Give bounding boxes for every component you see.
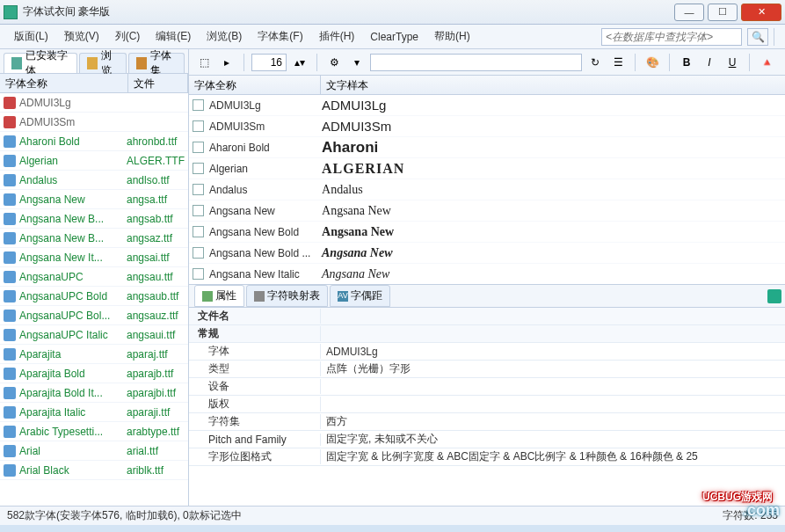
refresh-icon[interactable]: ↻ (585, 53, 605, 72)
spinner-icon[interactable]: ▴▾ (290, 53, 309, 72)
left-list[interactable]: ADMUI3Lg ADMUI3Sm Aharoni Bold ahronbd.t… (0, 93, 188, 506)
col-file[interactable]: 文件 (128, 74, 188, 92)
font-name: Andalus (19, 174, 127, 186)
right-header: 字体全称 文字样本 (189, 76, 785, 95)
tab-kerning[interactable]: AV字偶距 (330, 285, 390, 307)
pin-icon[interactable]: ⬚ (194, 53, 214, 72)
rcol-sample[interactable]: 文字样本 (321, 76, 785, 94)
arrow-icon[interactable]: ▸ (217, 53, 236, 72)
checkbox[interactable] (193, 205, 204, 216)
list-item[interactable]: AngsanaUPC Bol... angsauz.ttf (0, 306, 188, 325)
font-type-icon (4, 155, 16, 167)
list-item[interactable]: Aparajita Italic aparaji.ttf (0, 403, 188, 422)
checkbox[interactable] (193, 226, 204, 237)
prop-value: 固定字宽, 未知或不关心 (321, 432, 785, 447)
status-right: 字符数: 255 (723, 508, 778, 523)
list-item[interactable]: Angsana New B... angsaz.ttf (0, 229, 188, 248)
prop-value: 点阵（光栅）字形 (321, 361, 785, 376)
list-item[interactable]: Arabic Typesetti... arabtype.ttf (0, 422, 188, 441)
font-name: Aparajita Italic (19, 406, 127, 419)
close-button[interactable]: ✕ (741, 4, 781, 21)
list-item[interactable]: Arial Black ariblk.ttf (0, 461, 188, 480)
search-button[interactable]: 🔍 (747, 28, 768, 46)
rcol-name[interactable]: 字体全称 (189, 76, 321, 94)
menu-item[interactable]: 浏览(B) (200, 26, 249, 47)
font-row[interactable]: ADMUI3Sm ADMUI3Sm (189, 116, 785, 137)
italic-button[interactable]: I (700, 53, 719, 72)
font-row[interactable]: Andalus Andalus (189, 179, 785, 200)
list-item[interactable]: ADMUI3Lg (0, 93, 188, 113)
font-name: AngsanaUPC Italic (19, 329, 127, 341)
property-grid[interactable]: 文件名常规字体ADMUI3Lg类型点阵（光栅）字形设备版权字符集西方Pitch … (189, 308, 785, 506)
tab-browse[interactable]: 浏览 (79, 53, 127, 73)
ct-icon[interactable]: ƒ (780, 53, 785, 72)
dropdown-icon[interactable]: ▾ (347, 53, 367, 72)
font-row[interactable]: Angsana New Bold Angsana New (189, 222, 785, 243)
checkbox[interactable] (193, 184, 204, 195)
checkbox[interactable] (193, 163, 204, 174)
list-item[interactable]: Aparajita Bold aparajb.ttf (0, 364, 188, 383)
tab-installed[interactable]: 已安装字体 (4, 53, 77, 73)
font-type-icon (4, 464, 16, 477)
menu-item[interactable]: 帮助(H) (427, 26, 477, 47)
property-row: 版权 (189, 396, 785, 413)
font-row[interactable]: Algerian ALGERIAN (189, 158, 785, 179)
list-item[interactable]: Aparajita Bold It... aparajbi.ttf (0, 383, 188, 403)
sample-text-input[interactable] (370, 54, 582, 71)
font-file: aparaj.ttf (127, 348, 185, 361)
menu-item[interactable]: 插件(H) (312, 26, 362, 47)
font-name: ADMUI3Lg (209, 99, 322, 112)
font-row[interactable]: Angsana New Angsana New (189, 200, 785, 222)
font-row[interactable]: Angsana New Italic Angsana New (189, 264, 785, 285)
checkbox[interactable] (193, 247, 204, 259)
list-item[interactable]: AngsanaUPC Bold angsaub.ttf (0, 287, 188, 306)
menu-item[interactable]: 列(C) (108, 26, 148, 47)
font-name: Aparajita Bold It... (19, 387, 127, 399)
bold-button[interactable]: B (677, 53, 696, 72)
checkbox[interactable] (193, 99, 204, 111)
list-item[interactable]: AngsanaUPC Italic angsaui.ttf (0, 325, 188, 345)
underline-button[interactable]: U (723, 53, 742, 72)
size-input[interactable] (251, 54, 287, 71)
property-row: 字形位图格式固定字宽 & 比例字宽度 & ABC固定字 & ABC比例字 & 1… (189, 448, 785, 466)
minimize-button[interactable]: — (674, 4, 704, 21)
font-row[interactable]: ADMUI3Lg ADMUI3Lg (189, 95, 785, 116)
font-row[interactable]: Angsana New Bold ... Angsana New (189, 243, 785, 264)
list-item[interactable]: Arial arial.ttf (0, 441, 188, 461)
search-input[interactable] (601, 28, 742, 46)
statusbar: 582款字体(安装字体576, 临时加载6), 0款标记选中 字符数: 255 (0, 506, 785, 525)
kerning-icon: AV (338, 291, 348, 302)
tab-properties[interactable]: 属性 (194, 285, 244, 307)
menu-item[interactable]: ClearType (363, 28, 425, 46)
expand-icon[interactable] (767, 289, 781, 303)
maximize-button[interactable]: ☐ (708, 4, 738, 21)
menu-item[interactable]: 预览(V) (57, 26, 106, 47)
menu-item[interactable]: 编辑(E) (149, 26, 198, 47)
list-item[interactable]: Angsana New angsa.ttf (0, 190, 188, 209)
list-item[interactable]: Aparajita aparaj.ttf (0, 345, 188, 364)
list-item[interactable]: AngsanaUPC angsau.ttf (0, 267, 188, 287)
list-item[interactable]: Andalus andlso.ttf (0, 171, 188, 190)
font-type-icon (4, 445, 16, 457)
menu-item[interactable]: 字体集(F) (251, 26, 309, 47)
list-item[interactable]: ADMUI3Sm (0, 113, 188, 132)
menu-item[interactable]: 版面(L) (7, 26, 55, 47)
aa-icon[interactable]: 🔺 (757, 53, 776, 72)
tab-sets[interactable]: 字体集 (128, 53, 185, 73)
col-name[interactable]: 字体全称 (0, 74, 128, 92)
folder-icon (11, 57, 22, 69)
list-item[interactable]: Algerian ALGER.TTF (0, 151, 188, 171)
property-row: 设备 (189, 378, 785, 396)
list-item[interactable]: Angsana New B... angsab.ttf (0, 209, 188, 229)
tab-charmap[interactable]: 字符映射表 (246, 285, 328, 307)
color-icon[interactable]: 🎨 (643, 53, 662, 72)
checkbox[interactable] (193, 142, 204, 153)
right-list[interactable]: ADMUI3Lg ADMUI3Lg ADMUI3Sm ADMUI3Sm Ahar… (189, 95, 785, 285)
list-icon[interactable]: ☰ (608, 53, 628, 72)
checkbox[interactable] (193, 120, 204, 132)
font-row[interactable]: Aharoni Bold Aharoni (189, 137, 785, 158)
list-item[interactable]: Aharoni Bold ahronbd.ttf (0, 132, 188, 151)
gear-icon[interactable]: ⚙ (324, 53, 344, 72)
list-item[interactable]: Angsana New It... angsai.ttf (0, 248, 188, 267)
checkbox[interactable] (193, 268, 204, 280)
